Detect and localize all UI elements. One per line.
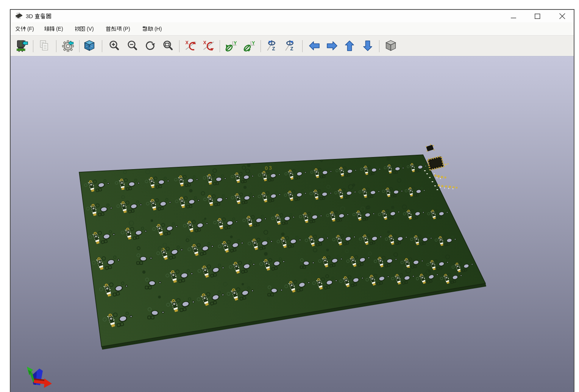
svg-text:Z: Z <box>272 46 275 51</box>
svg-text:Z: Z <box>290 46 293 51</box>
svg-text:X: X <box>186 40 189 45</box>
svg-text:Y: Y <box>234 40 237 46</box>
svg-text:0 3: 0 3 <box>265 165 272 171</box>
svg-text:X: X <box>203 40 207 45</box>
svg-text:Y: Y <box>252 40 255 46</box>
